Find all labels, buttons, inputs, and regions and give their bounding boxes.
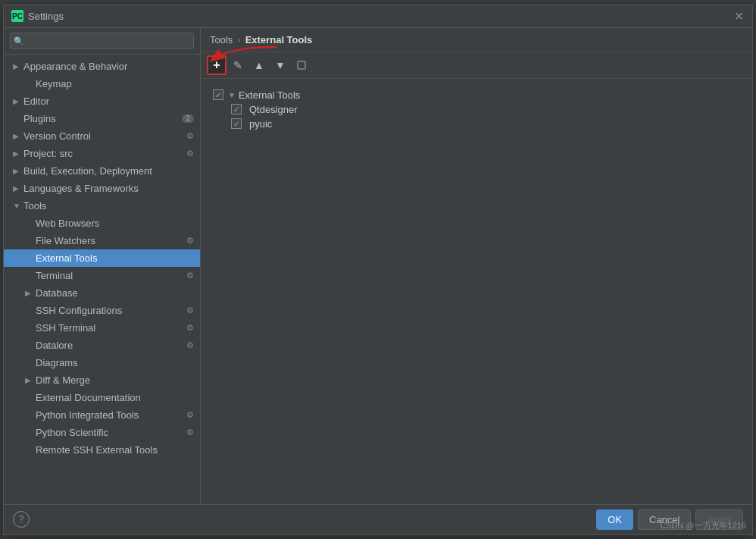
settings-icon: ⚙	[186, 428, 194, 437]
sidebar-item-ssh-terminal[interactable]: SSH Terminal ⚙	[4, 319, 200, 337]
sidebar-item-label: Python Scientific	[36, 427, 183, 438]
arrow-icon: ▶	[13, 167, 20, 175]
sidebar-item-python-integrated[interactable]: Python Integrated Tools ⚙	[4, 406, 200, 424]
help-button[interactable]: ?	[13, 511, 30, 528]
sidebar-item-database[interactable]: ▶ Database	[4, 284, 200, 302]
sidebar-item-project[interactable]: ▶ Project: src ⚙	[4, 145, 200, 162]
search-box: 🔍	[4, 28, 200, 55]
checkbox-qtdesigner[interactable]: ✓	[231, 104, 242, 114]
app-icon: PC	[11, 10, 23, 22]
sidebar-item-tools[interactable]: ▼ Tools	[4, 197, 200, 215]
sidebar-item-label: Plugins	[23, 113, 179, 124]
sidebar: 🔍 ▶ Appearance & Behavior Keymap ▶ Edito…	[4, 28, 201, 504]
tree-item-label: Qtdesigner	[249, 104, 298, 115]
cancel-button[interactable]: Cancel	[638, 509, 691, 530]
apply-button[interactable]: Apply	[695, 509, 743, 530]
settings-icon: ⚙	[186, 323, 194, 333]
sidebar-item-external-doc[interactable]: External Documentation	[4, 389, 200, 406]
sidebar-item-keymap[interactable]: Keymap	[4, 75, 200, 92]
svg-rect-0	[298, 61, 305, 69]
title-bar: PC Settings ✕	[4, 5, 752, 28]
tree-view: ✓ ▼ External Tools ✓ Qtdesigner ✓	[207, 85, 746, 134]
settings-icon: ⚙	[186, 236, 194, 246]
sidebar-item-remote-ssh[interactable]: Remote SSH External Tools	[4, 441, 200, 459]
sidebar-item-appearance[interactable]: ▶ Appearance & Behavior	[4, 58, 200, 75]
sidebar-item-languages[interactable]: ▶ Languages & Frameworks	[4, 180, 200, 197]
main-panel: Tools › External Tools + ✎ ▲ ▼	[201, 28, 752, 504]
add-button[interactable]: +	[207, 55, 226, 75]
arrow-icon: ▼	[13, 202, 20, 210]
tree-item-qtdesigner[interactable]: ✓ Qtdesigner	[228, 102, 743, 117]
tree-arrow-icon: ▼	[228, 91, 236, 99]
sidebar-item-label: Appearance & Behavior	[23, 61, 194, 72]
settings-icon: ⚙	[186, 131, 194, 141]
sidebar-item-label: Database	[36, 287, 194, 299]
sidebar-item-label: SSH Terminal	[36, 322, 183, 334]
sidebar-item-plugins[interactable]: Plugins 2	[4, 110, 200, 127]
breadcrumb-current: External Tools	[245, 34, 313, 45]
sidebar-item-label: Datalore	[36, 340, 183, 351]
sidebar-item-file-watchers[interactable]: File Watchers ⚙	[4, 232, 200, 249]
sidebar-item-label: Terminal	[36, 270, 183, 281]
sidebar-item-label: Web Browsers	[36, 218, 194, 229]
tree-item-label: External Tools	[239, 89, 300, 101]
breadcrumb-sep: ›	[237, 34, 240, 45]
sidebar-item-label: Tools	[23, 200, 194, 212]
window-title: Settings	[28, 11, 733, 22]
search-icon: 🔍	[14, 36, 24, 45]
sidebar-item-label: Build, Execution, Deployment	[23, 165, 194, 177]
settings-icon: ⚙	[186, 149, 194, 158]
sidebar-item-label: External Documentation	[36, 392, 194, 403]
sidebar-item-version-control[interactable]: ▶ Version Control ⚙	[4, 127, 200, 145]
checkbox-external-tools[interactable]: ✓	[213, 89, 223, 100]
tree-item-label: pyuic	[249, 118, 272, 130]
sidebar-item-label: Diagrams	[36, 357, 194, 368]
nav-tree: ▶ Appearance & Behavior Keymap ▶ Editor …	[4, 55, 200, 504]
sidebar-item-label: Keymap	[36, 78, 194, 89]
plugins-badge: 2	[182, 114, 194, 123]
breadcrumb-parent[interactable]: Tools	[210, 34, 233, 45]
tree-item-pyuic[interactable]: ✓ pyuic	[228, 117, 743, 131]
sidebar-item-label: File Watchers	[36, 235, 183, 246]
sidebar-item-label: Diff & Merge	[36, 374, 194, 386]
bottom-bar: ? OK Cancel Apply	[4, 504, 752, 534]
panel-content: ✓ ▼ External Tools ✓ Qtdesigner ✓	[201, 79, 752, 504]
search-input[interactable]	[10, 33, 194, 49]
settings-icon: ⚙	[186, 306, 194, 315]
sidebar-item-web-browsers[interactable]: Web Browsers	[4, 215, 200, 232]
arrow-icon: ▶	[25, 376, 33, 384]
close-button[interactable]: ✕	[733, 10, 745, 22]
sidebar-item-external-tools[interactable]: External Tools	[4, 249, 200, 267]
sidebar-item-diagrams[interactable]: Diagrams	[4, 354, 200, 371]
sidebar-item-datalore[interactable]: Datalore ⚙	[4, 337, 200, 354]
sidebar-item-python-scientific[interactable]: Python Scientific ⚙	[4, 424, 200, 441]
move-up-button[interactable]: ▲	[249, 55, 269, 75]
sidebar-item-diff-merge[interactable]: ▶ Diff & Merge	[4, 371, 200, 389]
tree-item-external-tools[interactable]: ✓ ▼ External Tools	[210, 88, 743, 102]
delete-button[interactable]	[292, 55, 311, 75]
arrow-icon: ▶	[13, 62, 20, 71]
settings-icon: ⚙	[186, 410, 194, 420]
sidebar-item-terminal[interactable]: Terminal ⚙	[4, 267, 200, 284]
arrow-icon: ▶	[13, 132, 20, 140]
sidebar-item-editor[interactable]: ▶ Editor	[4, 92, 200, 110]
sidebar-item-label: Editor	[23, 96, 194, 107]
ok-button[interactable]: OK	[596, 509, 633, 530]
sidebar-item-label: SSH Configurations	[36, 305, 183, 316]
checkbox-pyuic[interactable]: ✓	[231, 118, 242, 129]
edit-button[interactable]: ✎	[228, 55, 248, 75]
arrow-icon: ▶	[13, 184, 20, 193]
settings-icon: ⚙	[186, 340, 194, 350]
sidebar-item-label: Remote SSH External Tools	[36, 444, 194, 456]
sidebar-item-build[interactable]: ▶ Build, Execution, Deployment	[4, 162, 200, 180]
settings-icon: ⚙	[186, 271, 194, 280]
sidebar-item-label: Version Control	[23, 130, 183, 142]
sidebar-item-label: Project: src	[23, 148, 183, 159]
move-down-button[interactable]: ▼	[270, 55, 290, 75]
arrow-icon: ▶	[13, 97, 20, 105]
toolbar: + ✎ ▲ ▼	[201, 52, 752, 79]
sidebar-item-label: Languages & Frameworks	[23, 183, 194, 194]
sidebar-item-ssh-configurations[interactable]: SSH Configurations ⚙	[4, 302, 200, 319]
breadcrumb: Tools › External Tools	[201, 28, 752, 52]
sidebar-item-label: Python Integrated Tools	[36, 409, 183, 421]
